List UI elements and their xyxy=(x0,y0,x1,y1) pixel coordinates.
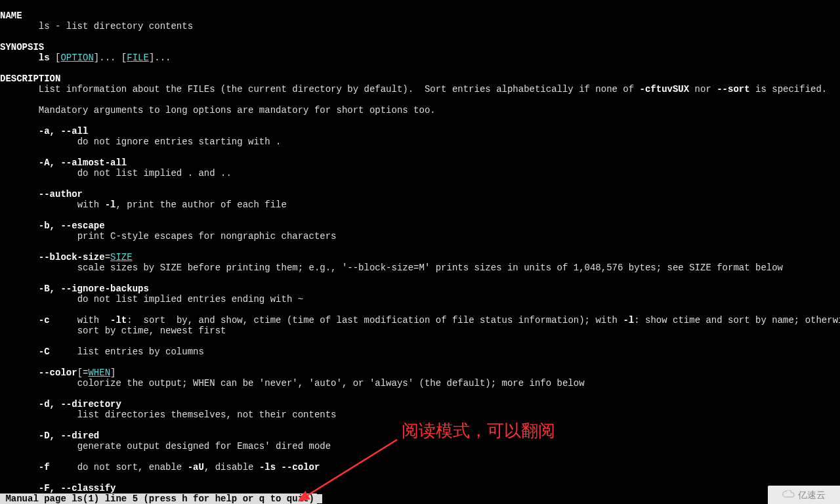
synopsis-option: OPTION xyxy=(60,52,93,63)
option-d-desc: list directories themselves, not their c… xyxy=(77,410,337,420)
section-description: DESCRIPTION xyxy=(0,74,60,84)
option-blocksize: --block-size xyxy=(39,252,105,262)
option-author: --author xyxy=(39,189,83,200)
option-f: -f xyxy=(39,462,50,472)
watermark: 亿速云 xyxy=(768,486,840,504)
option-f-desc: --color xyxy=(282,462,320,472)
option-d: -d, --directory xyxy=(39,399,121,410)
desc-mandatory: Mandatory arguments to long options are … xyxy=(39,105,436,116)
option-D-desc: generate output designed for Emacs' dire… xyxy=(77,441,331,452)
option-c: -c xyxy=(39,315,50,326)
cursor xyxy=(317,494,322,503)
name-text: ls - list directory contents xyxy=(39,21,193,32)
option-color-desc: colorize the output; WHEN can be 'never'… xyxy=(77,378,585,388)
option-A-desc: do not list implied . and .. xyxy=(77,168,232,178)
synopsis-file: FILE xyxy=(127,52,149,63)
option-author-desc: , print the author of each file xyxy=(116,200,286,210)
pager-status-bar[interactable]: Manual page ls(1) line 5 (press h for he… xyxy=(0,494,317,504)
option-F: -F, --classify xyxy=(39,483,116,494)
desc-text: List information about the FILEs (the cu… xyxy=(39,84,640,94)
synopsis-cmd: ls xyxy=(39,52,50,63)
option-B-desc: do not list implied entries ending with … xyxy=(77,294,303,304)
option-b-desc: print C-style escapes for nongraphic cha… xyxy=(77,231,337,242)
option-A: -A, --almost-all xyxy=(39,158,127,168)
option-c-desc: : show ctime and sort by name; otherwise… xyxy=(634,315,840,326)
option-C: -C xyxy=(39,346,50,357)
option-color: --color xyxy=(39,368,77,378)
section-name: NAME xyxy=(0,10,22,21)
option-a: -a, --all xyxy=(39,126,89,136)
watermark-text: 亿速云 xyxy=(798,490,826,500)
section-synopsis: SYNOPSIS xyxy=(0,42,44,52)
option-b: -b, --escape xyxy=(39,220,105,231)
option-blocksize-arg: SIZE xyxy=(110,252,133,262)
option-blocksize-desc: scale sizes by SIZE before printing them… xyxy=(77,262,783,273)
option-C-desc: list entries by columns xyxy=(77,346,204,357)
option-a-desc: do not ignore entries starting with . xyxy=(77,136,282,147)
annotation-text: 阅读模式，可以翻阅 xyxy=(402,425,555,436)
option-B: -B, --ignore-backups xyxy=(39,284,149,294)
desc-flag-sort: --sort xyxy=(717,84,749,94)
option-D: -D, --dired xyxy=(39,430,99,441)
desc-flag-cftuvSUX: -cftuvSUX xyxy=(640,84,690,94)
option-color-arg: WHEN xyxy=(88,368,110,378)
